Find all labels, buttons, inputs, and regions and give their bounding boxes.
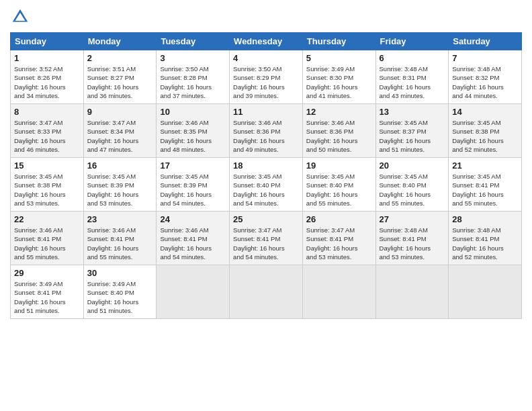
day-cell: 18Sunrise: 3:45 AM Sunset: 8:40 PM Dayli… — [230, 158, 303, 212]
day-info: Sunrise: 3:47 AM Sunset: 8:41 PM Dayligh… — [233, 226, 299, 261]
day-info: Sunrise: 3:45 AM Sunset: 8:38 PM Dayligh… — [14, 172, 80, 208]
day-number: 11 — [233, 107, 299, 117]
day-header-monday: Monday — [83, 33, 157, 50]
day-cell: 27Sunrise: 3:48 AM Sunset: 8:41 PM Dayli… — [375, 212, 449, 265]
day-info: Sunrise: 3:48 AM Sunset: 8:41 PM Dayligh… — [452, 226, 518, 261]
day-info: Sunrise: 3:48 AM Sunset: 8:41 PM Dayligh… — [380, 226, 445, 261]
day-cell: 10Sunrise: 3:46 AM Sunset: 8:35 PM Dayli… — [157, 104, 230, 158]
day-info: Sunrise: 3:47 AM Sunset: 8:34 PM Dayligh… — [87, 118, 153, 154]
day-info: Sunrise: 3:46 AM Sunset: 8:35 PM Dayligh… — [160, 118, 226, 154]
day-info: Sunrise: 3:51 AM Sunset: 8:27 PM Dayligh… — [87, 64, 153, 100]
day-cell: 9Sunrise: 3:47 AM Sunset: 8:34 PM Daylig… — [83, 104, 157, 158]
day-header-tuesday: Tuesday — [157, 33, 230, 50]
day-info: Sunrise: 3:50 AM Sunset: 8:29 PM Dayligh… — [233, 64, 299, 100]
day-number: 18 — [233, 161, 299, 171]
day-cell: 16Sunrise: 3:45 AM Sunset: 8:39 PM Dayli… — [83, 158, 157, 212]
day-cell: 12Sunrise: 3:46 AM Sunset: 8:36 PM Dayli… — [302, 104, 375, 158]
day-number: 13 — [380, 107, 445, 117]
day-number: 1 — [14, 53, 80, 63]
day-number: 25 — [233, 214, 299, 224]
day-header-friday: Friday — [375, 33, 449, 50]
day-number: 21 — [452, 161, 518, 171]
day-number: 27 — [380, 214, 445, 224]
day-cell: 4Sunrise: 3:50 AM Sunset: 8:29 PM Daylig… — [230, 50, 303, 104]
day-number: 23 — [87, 214, 153, 224]
day-cell — [375, 265, 449, 319]
day-cell: 2Sunrise: 3:51 AM Sunset: 8:27 PM Daylig… — [83, 50, 157, 104]
day-cell: 30Sunrise: 3:49 AM Sunset: 8:40 PM Dayli… — [83, 265, 157, 319]
day-cell — [230, 265, 303, 319]
day-number: 9 — [87, 107, 153, 117]
day-info: Sunrise: 3:49 AM Sunset: 8:40 PM Dayligh… — [87, 279, 153, 315]
day-number: 20 — [380, 161, 445, 171]
day-cell: 8Sunrise: 3:47 AM Sunset: 8:33 PM Daylig… — [11, 104, 84, 158]
day-cell: 1Sunrise: 3:52 AM Sunset: 8:26 PM Daylig… — [11, 50, 84, 104]
day-number: 30 — [87, 268, 153, 278]
day-number: 12 — [306, 107, 372, 117]
day-number: 17 — [160, 161, 226, 171]
day-cell — [302, 265, 375, 319]
logo-icon — [10, 7, 30, 27]
day-cell: 15Sunrise: 3:45 AM Sunset: 8:38 PM Dayli… — [11, 158, 84, 212]
day-info: Sunrise: 3:45 AM Sunset: 8:41 PM Dayligh… — [452, 172, 518, 208]
day-number: 19 — [306, 161, 372, 171]
day-number: 26 — [306, 214, 372, 224]
day-cell: 6Sunrise: 3:48 AM Sunset: 8:31 PM Daylig… — [375, 50, 449, 104]
day-info: Sunrise: 3:46 AM Sunset: 8:36 PM Dayligh… — [233, 118, 299, 154]
day-number: 8 — [14, 107, 80, 117]
header — [10, 7, 522, 27]
day-number: 16 — [87, 161, 153, 171]
day-cell: 11Sunrise: 3:46 AM Sunset: 8:36 PM Dayli… — [230, 104, 303, 158]
day-cell: 24Sunrise: 3:46 AM Sunset: 8:41 PM Dayli… — [157, 212, 230, 265]
day-info: Sunrise: 3:46 AM Sunset: 8:41 PM Dayligh… — [160, 226, 226, 261]
day-number: 2 — [87, 53, 153, 63]
day-info: Sunrise: 3:45 AM Sunset: 8:40 PM Dayligh… — [233, 172, 299, 208]
day-cell — [449, 265, 522, 319]
day-number: 24 — [160, 214, 226, 224]
day-cell: 29Sunrise: 3:49 AM Sunset: 8:41 PM Dayli… — [11, 265, 84, 319]
day-info: Sunrise: 3:49 AM Sunset: 8:41 PM Dayligh… — [14, 279, 80, 315]
day-number: 15 — [14, 161, 80, 171]
calendar: SundayMondayTuesdayWednesdayThursdayFrid… — [10, 32, 522, 319]
week-row-2: 8Sunrise: 3:47 AM Sunset: 8:33 PM Daylig… — [11, 104, 522, 158]
week-row-3: 15Sunrise: 3:45 AM Sunset: 8:38 PM Dayli… — [11, 158, 522, 212]
day-info: Sunrise: 3:48 AM Sunset: 8:32 PM Dayligh… — [452, 64, 518, 100]
day-info: Sunrise: 3:48 AM Sunset: 8:31 PM Dayligh… — [380, 64, 445, 100]
day-info: Sunrise: 3:46 AM Sunset: 8:41 PM Dayligh… — [87, 226, 153, 261]
day-cell: 17Sunrise: 3:45 AM Sunset: 8:39 PM Dayli… — [157, 158, 230, 212]
day-info: Sunrise: 3:45 AM Sunset: 8:40 PM Dayligh… — [306, 172, 372, 208]
day-info: Sunrise: 3:52 AM Sunset: 8:26 PM Dayligh… — [14, 64, 80, 100]
day-info: Sunrise: 3:45 AM Sunset: 8:39 PM Dayligh… — [160, 172, 226, 208]
week-row-1: 1Sunrise: 3:52 AM Sunset: 8:26 PM Daylig… — [11, 50, 522, 104]
day-cell: 14Sunrise: 3:45 AM Sunset: 8:38 PM Dayli… — [449, 104, 522, 158]
day-header-thursday: Thursday — [302, 33, 375, 50]
day-number: 29 — [14, 268, 80, 278]
day-number: 28 — [452, 214, 518, 224]
day-cell: 28Sunrise: 3:48 AM Sunset: 8:41 PM Dayli… — [449, 212, 522, 265]
day-number: 3 — [160, 53, 226, 63]
day-cell: 26Sunrise: 3:47 AM Sunset: 8:41 PM Dayli… — [302, 212, 375, 265]
day-cell: 19Sunrise: 3:45 AM Sunset: 8:40 PM Dayli… — [302, 158, 375, 212]
day-cell: 3Sunrise: 3:50 AM Sunset: 8:28 PM Daylig… — [157, 50, 230, 104]
day-info: Sunrise: 3:46 AM Sunset: 8:41 PM Dayligh… — [14, 226, 80, 261]
day-info: Sunrise: 3:47 AM Sunset: 8:41 PM Dayligh… — [306, 226, 372, 261]
day-header-sunday: Sunday — [11, 33, 84, 50]
day-info: Sunrise: 3:45 AM Sunset: 8:39 PM Dayligh… — [87, 172, 153, 208]
day-number: 10 — [160, 107, 226, 117]
day-cell: 13Sunrise: 3:45 AM Sunset: 8:37 PM Dayli… — [375, 104, 449, 158]
week-row-4: 22Sunrise: 3:46 AM Sunset: 8:41 PM Dayli… — [11, 212, 522, 265]
day-info: Sunrise: 3:50 AM Sunset: 8:28 PM Dayligh… — [160, 64, 226, 100]
day-cell: 25Sunrise: 3:47 AM Sunset: 8:41 PM Dayli… — [230, 212, 303, 265]
day-info: Sunrise: 3:46 AM Sunset: 8:36 PM Dayligh… — [306, 118, 372, 154]
page: SundayMondayTuesdayWednesdayThursdayFrid… — [0, 0, 532, 411]
day-number: 7 — [452, 53, 518, 63]
day-cell: 22Sunrise: 3:46 AM Sunset: 8:41 PM Dayli… — [11, 212, 84, 265]
day-number: 6 — [380, 53, 445, 63]
week-row-5: 29Sunrise: 3:49 AM Sunset: 8:41 PM Dayli… — [11, 265, 522, 319]
day-number: 4 — [233, 53, 299, 63]
day-info: Sunrise: 3:45 AM Sunset: 8:38 PM Dayligh… — [452, 118, 518, 154]
day-cell: 23Sunrise: 3:46 AM Sunset: 8:41 PM Dayli… — [83, 212, 157, 265]
day-number: 22 — [14, 214, 80, 224]
day-info: Sunrise: 3:47 AM Sunset: 8:33 PM Dayligh… — [14, 118, 80, 154]
day-header-wednesday: Wednesday — [230, 33, 303, 50]
